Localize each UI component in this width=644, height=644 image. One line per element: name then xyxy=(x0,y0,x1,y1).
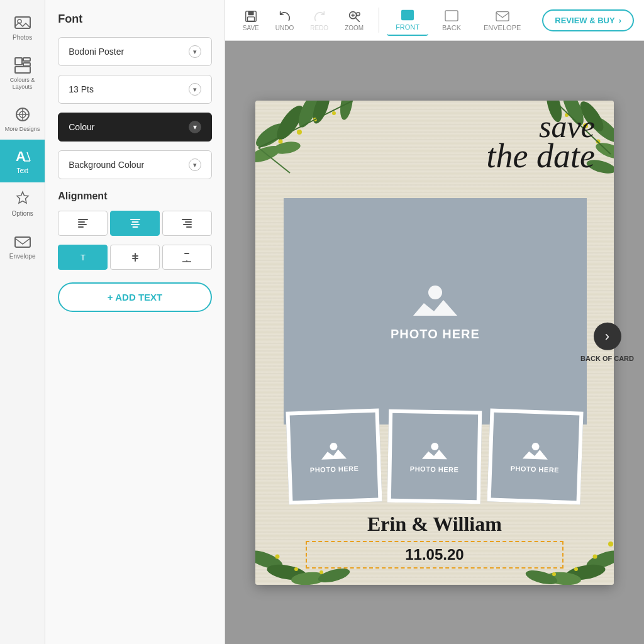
svg-point-84 xyxy=(531,442,539,450)
sidebar-item-text[interactable]: A Text xyxy=(0,140,45,182)
back-tab-icon xyxy=(444,9,459,22)
svg-text:T: T xyxy=(80,253,86,262)
svg-rect-14 xyxy=(78,224,87,225)
sidebar-item-colours-label: Colours & Layouts xyxy=(3,77,42,91)
back-tab-label: BACK xyxy=(442,24,461,31)
options-panel: Font Bodoni Poster ▾ 13 Pts ▾ Colour ▾ B… xyxy=(45,0,225,644)
small-photo-3[interactable]: PHOTO HERE xyxy=(487,408,583,504)
align-left-icon xyxy=(77,218,89,229)
svg-rect-32 xyxy=(248,11,253,14)
review-chevron-icon: › xyxy=(619,16,621,25)
back-of-card-label: BACK OF CARD xyxy=(580,353,634,362)
save-button[interactable]: SAVE xyxy=(235,4,267,36)
card-names[interactable]: Erin & William xyxy=(255,513,614,536)
save-icon xyxy=(244,9,258,23)
align-right-button[interactable] xyxy=(162,211,212,236)
align-center-button[interactable] xyxy=(110,211,160,236)
main-photo-placeholder[interactable]: PHOTO HERE xyxy=(284,198,587,425)
small-photo-2[interactable]: PHOTO HERE xyxy=(387,409,482,504)
sidebar-item-more-designs[interactable]: More Designs xyxy=(0,98,45,140)
font-family-chevron: ▾ xyxy=(189,45,201,58)
redo-icon xyxy=(313,9,326,23)
valign-center-button[interactable] xyxy=(110,245,160,270)
canvas-area: save the date PHOTO HERE PHOTO HE xyxy=(225,41,644,644)
main-photo-label: PHOTO HERE xyxy=(391,327,480,341)
svg-rect-22 xyxy=(183,224,192,225)
svg-rect-25 xyxy=(135,253,136,262)
layout-icon xyxy=(14,57,31,74)
svg-rect-2 xyxy=(15,58,22,65)
valign-center-icon xyxy=(130,252,141,263)
sidebar-item-options-label: Options xyxy=(11,210,33,218)
add-text-button[interactable]: + ADD TEXT xyxy=(58,282,212,312)
tab-back[interactable]: BACK xyxy=(433,6,470,35)
main-photo-icon xyxy=(410,281,460,322)
text-ai-icon: A xyxy=(14,147,31,165)
small-photo-1[interactable]: PHOTO HERE xyxy=(286,408,382,504)
sidebar-item-envelope[interactable]: Envelope xyxy=(0,225,45,268)
undo-button[interactable]: UNDO xyxy=(268,4,301,36)
undo-icon xyxy=(278,9,292,23)
tab-envelope[interactable]: ENVELOPE xyxy=(475,6,530,35)
sidebar-item-envelope-label: Envelope xyxy=(9,253,36,260)
svg-rect-40 xyxy=(401,9,414,19)
horizontal-alignment-row xyxy=(58,211,212,236)
envelope-tab-label: ENVELOPE xyxy=(484,24,521,31)
font-family-value: Bodoni Poster xyxy=(69,47,124,57)
align-right-icon xyxy=(181,218,192,229)
sidebar-item-options[interactable]: Options xyxy=(0,182,45,225)
svg-rect-4 xyxy=(23,63,30,66)
sidebar-item-text-label: Text xyxy=(16,167,28,175)
zoom-button[interactable]: ZOOM xyxy=(337,4,371,36)
svg-rect-5 xyxy=(15,67,30,73)
zoom-icon xyxy=(347,9,361,23)
sidebar-item-photos-label: Photos xyxy=(13,34,32,42)
svg-point-83 xyxy=(431,442,438,450)
svg-text:A: A xyxy=(16,148,26,164)
valign-bottom-button[interactable] xyxy=(162,245,212,270)
colour-dropdown[interactable]: Colour ▾ xyxy=(58,113,212,142)
tab-group: FRONT BACK ENVELOPE REVIEW & BUY › xyxy=(387,5,634,36)
redo-button[interactable]: REDO xyxy=(303,4,336,36)
sidebar-item-colours-layouts[interactable]: Colours & Layouts xyxy=(0,49,45,98)
svg-rect-19 xyxy=(132,226,138,228)
main-area: SAVE UNDO REDO xyxy=(225,0,644,644)
back-chevron-icon: › xyxy=(605,328,609,344)
front-tab-label: FRONT xyxy=(396,23,419,31)
icon-sidebar: Photos Colours & Layouts More Designs A … xyxy=(0,0,45,644)
small-photo-3-label: PHOTO HERE xyxy=(510,464,559,474)
save-label: SAVE xyxy=(243,25,259,31)
valign-top-icon: T xyxy=(77,252,89,263)
svg-rect-21 xyxy=(185,221,192,223)
card-preview: save the date PHOTO HERE PHOTO HE xyxy=(255,101,614,585)
alignment-section-title: Alignment xyxy=(58,191,212,202)
review-buy-button[interactable]: REVIEW & BUY › xyxy=(542,9,634,31)
svg-rect-12 xyxy=(78,219,88,220)
sidebar-item-photos[interactable]: Photos xyxy=(0,6,45,49)
sidebar-item-designs-label: More Designs xyxy=(5,126,40,133)
redo-label: REDO xyxy=(310,25,328,31)
undo-label: UNDO xyxy=(275,25,294,31)
back-of-card[interactable]: › BACK OF CARD xyxy=(580,322,634,362)
align-center-icon xyxy=(130,218,141,229)
svg-rect-16 xyxy=(130,219,140,220)
front-tab-icon xyxy=(400,9,415,21)
font-family-dropdown[interactable]: Bodoni Poster ▾ xyxy=(58,37,212,66)
the-date-text: the date xyxy=(486,138,594,175)
background-colour-dropdown[interactable]: Background Colour ▾ xyxy=(58,150,212,179)
svg-line-9 xyxy=(27,152,30,161)
envelope-tab-icon xyxy=(495,9,510,22)
svg-rect-15 xyxy=(78,226,84,228)
card-date[interactable]: 11.05.20 xyxy=(306,541,564,569)
back-circle-button[interactable]: › xyxy=(594,322,621,350)
font-size-dropdown[interactable]: 13 Pts ▾ xyxy=(58,75,212,104)
tab-front[interactable]: FRONT xyxy=(387,5,428,36)
small-photo-3-icon xyxy=(521,440,550,464)
photo-icon xyxy=(14,14,31,31)
svg-rect-17 xyxy=(131,221,138,223)
small-photo-1-icon xyxy=(319,440,348,464)
valign-top-button[interactable]: T xyxy=(58,245,108,270)
align-left-button[interactable] xyxy=(58,211,108,236)
vertical-alignment-row: T xyxy=(58,245,212,270)
svg-point-81 xyxy=(428,286,442,299)
